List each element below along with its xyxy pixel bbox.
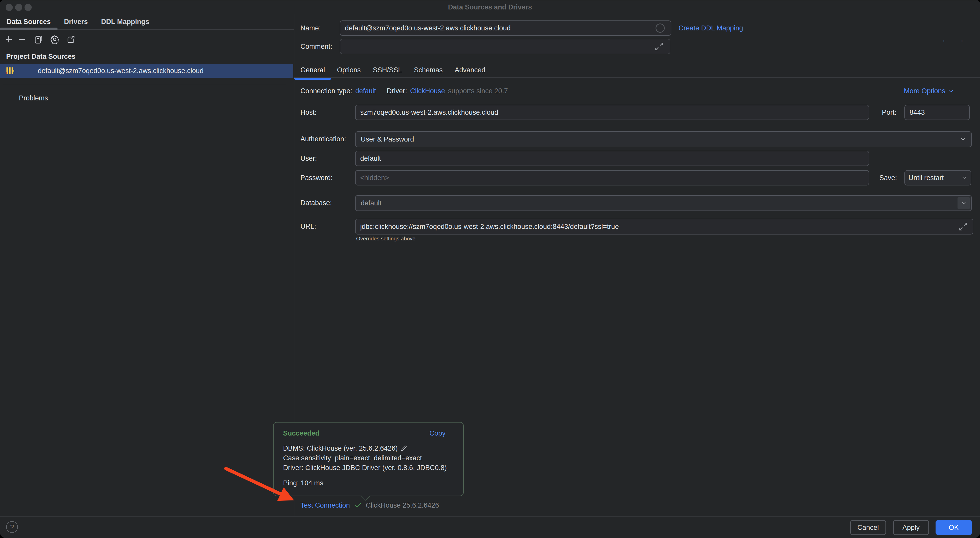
history-navigation: ← → [941, 30, 965, 49]
expand-field-icon[interactable] [959, 222, 968, 231]
user-label: User: [301, 151, 317, 166]
copy-icon [34, 35, 43, 44]
port-label: Port: [882, 105, 896, 120]
tab-drivers[interactable]: Drivers [57, 14, 94, 29]
database-value: default [361, 199, 382, 207]
success-check-icon [354, 501, 362, 509]
case-sensitivity-info: Case sensitivity: plain=exact, delimited… [283, 453, 422, 463]
ping-info: Ping: 104 ms [283, 478, 323, 488]
dialog-footer: ? Cancel Apply OK [0, 516, 980, 538]
save-value: Until restart [908, 174, 944, 182]
tab-data-sources[interactable]: Data Sources [0, 14, 57, 29]
minus-icon [18, 35, 27, 44]
expand-field-icon[interactable] [654, 42, 664, 51]
help-button[interactable]: ? [6, 521, 18, 533]
status-succeeded: Succeeded [283, 430, 320, 437]
question-mark-icon: ? [10, 523, 14, 531]
save-dropdown[interactable]: Until restart [904, 170, 971, 185]
create-ddl-mapping-link[interactable]: Create DDL Mapping [679, 21, 743, 36]
chevron-down-icon [959, 136, 966, 143]
left-tab-strip: Data Sources Drivers DDL Mappings [0, 14, 294, 30]
save-label: Save: [879, 170, 897, 185]
problems-item[interactable]: Problems [19, 91, 48, 105]
connection-type-link[interactable]: default [355, 86, 376, 96]
chevron-down-icon [960, 200, 967, 207]
user-input[interactable] [355, 151, 869, 166]
comment-label: Comment: [301, 39, 332, 54]
host-input[interactable] [355, 105, 869, 120]
password-input[interactable] [355, 170, 869, 185]
driver-link[interactable]: ClickHouse [410, 86, 445, 96]
annotation-arrow [0, 0, 980, 538]
remove-button[interactable] [15, 33, 29, 46]
list-separator [3, 85, 286, 85]
gear-icon [50, 35, 59, 44]
authentication-dropdown[interactable]: User & Password [355, 131, 972, 147]
add-button[interactable] [2, 33, 15, 46]
duplicate-button[interactable] [32, 33, 45, 46]
open-datasource-button[interactable] [64, 33, 78, 46]
url-input[interactable] [355, 219, 974, 234]
name-input[interactable] [340, 21, 671, 36]
tab-schemas[interactable]: Schemas [414, 63, 443, 77]
driver-info: Driver: ClickHouse JDBC Driver (ver. 0.8… [283, 463, 447, 473]
url-hint: Overrides settings above [356, 236, 415, 242]
edit-pencil-icon[interactable] [400, 445, 407, 452]
name-label: Name: [301, 21, 321, 36]
comment-input[interactable] [340, 39, 670, 54]
clickhouse-icon [6, 67, 14, 75]
more-options-link[interactable]: More Options [904, 86, 955, 96]
datasource-list-item-selected[interactable]: default@szm7oqed0o.us-west-2.aws.clickho… [0, 64, 293, 78]
project-data-sources-header: Project Data Sources [6, 53, 76, 60]
connection-tab-strip: General Options SSH/SSL Schemas Advanced [301, 63, 485, 77]
driver-supports-note: supports since 20.7 [448, 86, 508, 96]
dbms-info: DBMS: ClickHouse (ver. 25.6.2.6426) [283, 444, 398, 453]
authentication-label: Authentication: [301, 131, 346, 146]
forward-arrow-icon[interactable]: → [956, 35, 965, 45]
cancel-button[interactable]: Cancel [850, 520, 886, 535]
tab-ssh-ssl[interactable]: SSH/SSL [373, 63, 402, 77]
title-bar: Data Sources and Drivers [0, 0, 980, 14]
connection-type-row: Connection type: default Driver: ClickHo… [301, 86, 508, 96]
datasource-toolbar [0, 30, 294, 49]
authentication-value: User & Password [361, 135, 414, 143]
datasource-name: default@szm7oqed0o.us-west-2.aws.clickho… [38, 67, 204, 75]
ok-button[interactable]: OK [935, 520, 972, 535]
settings-button[interactable] [48, 33, 61, 46]
url-label: URL: [301, 219, 316, 234]
tab-options[interactable]: Options [337, 63, 361, 77]
data-sources-dialog: Data Sources and Drivers Data Sources Dr… [0, 0, 980, 538]
database-combobox[interactable]: default [355, 195, 972, 211]
apply-button[interactable]: Apply [893, 520, 929, 535]
driver-label: Driver: [387, 86, 407, 96]
back-arrow-icon[interactable]: ← [941, 35, 950, 45]
connection-result-text: ClickHouse 25.6.2.6426 [366, 501, 439, 509]
tab-strip-divider [294, 77, 980, 78]
test-connection-row: Test Connection ClickHouse 25.6.2.6426 [301, 498, 439, 513]
password-label: Password: [301, 170, 332, 185]
test-connection-link[interactable]: Test Connection [301, 501, 350, 509]
test-connection-result-popup: Succeeded Copy DBMS: ClickHouse (ver. 25… [273, 422, 464, 496]
tab-advanced[interactable]: Advanced [455, 63, 485, 77]
plus-icon [4, 35, 13, 44]
connection-type-label: Connection type: [301, 86, 352, 96]
tab-ddl-mappings[interactable]: DDL Mappings [94, 14, 156, 29]
database-label: Database: [301, 195, 332, 210]
chevron-down-icon [948, 88, 955, 94]
database-chevron-cell[interactable] [958, 197, 970, 209]
window-title: Data Sources and Drivers [0, 3, 980, 11]
name-refresh-spinner-icon [655, 24, 665, 33]
tab-general[interactable]: General [301, 63, 325, 77]
host-label: Host: [301, 105, 317, 120]
chevron-down-icon [961, 175, 967, 181]
external-link-icon [67, 35, 76, 44]
copy-link[interactable]: Copy [430, 430, 445, 437]
port-input[interactable] [904, 105, 970, 120]
